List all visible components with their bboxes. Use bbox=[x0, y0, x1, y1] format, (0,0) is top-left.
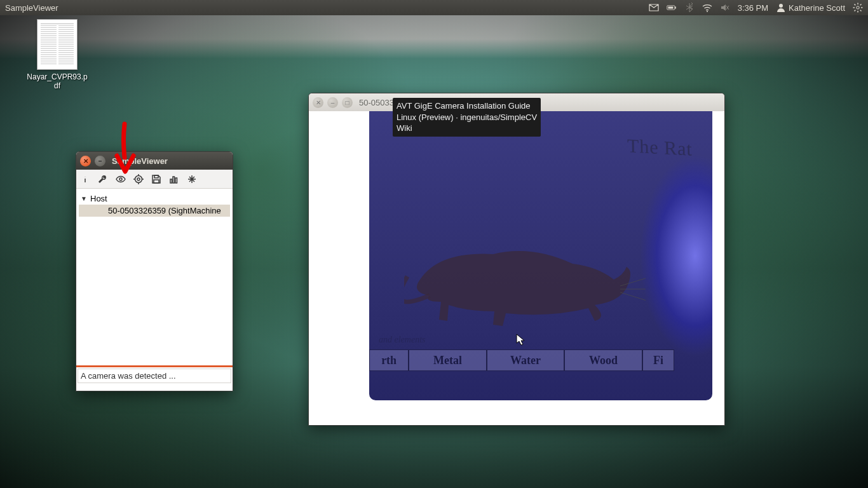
mug-label: Water bbox=[487, 349, 565, 371]
gear-icon[interactable] bbox=[853, 3, 863, 13]
eye-icon[interactable] bbox=[114, 173, 127, 186]
sv-window-titlebar[interactable]: ✕ – SampleViewer bbox=[76, 152, 233, 170]
tooltip-line: Linux (Preview) · ingenuitas/SimpleCV bbox=[397, 112, 537, 123]
hover-tooltip: AVT GigE Camera Installation Guide Linux… bbox=[393, 98, 541, 137]
svg-line-18 bbox=[620, 292, 646, 302]
tree-root-label: Host bbox=[90, 194, 107, 203]
tooltip-line: AVT GigE Camera Installation Guide bbox=[397, 100, 537, 112]
target-icon[interactable] bbox=[132, 173, 145, 186]
maximize-icon[interactable]: □ bbox=[342, 97, 353, 108]
desktop-file-label: Nayar_CVPR93.pdf bbox=[25, 72, 89, 90]
mail-icon[interactable] bbox=[649, 3, 659, 13]
mug-label: Fi bbox=[642, 349, 674, 371]
svg-rect-30 bbox=[170, 179, 172, 183]
mug-element-labels: rth Metal Water Wood Fi bbox=[369, 349, 674, 371]
expand-icon[interactable] bbox=[186, 173, 198, 186]
histogram-icon[interactable] bbox=[168, 173, 180, 186]
svg-rect-2 bbox=[668, 6, 673, 8]
mug-title-text: The Rat bbox=[627, 135, 693, 159]
tree-camera-entry[interactable]: 50-0503326359 (SightMachine bbox=[79, 205, 230, 217]
wifi-icon[interactable] bbox=[702, 3, 712, 13]
tree-collapse-icon[interactable]: ▼ bbox=[80, 195, 88, 202]
camera-view-window: ✕ – □ 50-05033 The Rat and elements rth … bbox=[308, 93, 725, 426]
svg-rect-29 bbox=[154, 180, 159, 183]
close-icon[interactable]: ✕ bbox=[313, 97, 323, 108]
status-message-field[interactable] bbox=[78, 369, 231, 383]
camera-feed-area: The Rat and elements rth Metal Water Woo… bbox=[309, 111, 724, 425]
mug-caption: and elements bbox=[379, 335, 425, 345]
mug-label: Wood bbox=[564, 349, 642, 371]
user-name: Katherine Scott bbox=[789, 3, 845, 13]
svg-rect-32 bbox=[175, 178, 177, 183]
svg-rect-31 bbox=[173, 177, 175, 183]
user-menu[interactable]: Katherine Scott bbox=[776, 3, 845, 13]
camera-tree[interactable]: ▼ Host 50-0503326359 (SightMachine bbox=[76, 189, 233, 365]
svg-rect-28 bbox=[154, 175, 158, 178]
system-tray: 3:36 PM Katherine Scott bbox=[649, 3, 863, 13]
sampleviewer-window: ✕ – SampleViewer ▼ Host 50-0503326359 (S… bbox=[76, 151, 233, 391]
svg-point-3 bbox=[707, 11, 708, 12]
svg-point-21 bbox=[119, 178, 122, 180]
svg-point-22 bbox=[135, 175, 142, 182]
mug-label: rth bbox=[369, 349, 409, 371]
svg-point-7 bbox=[857, 6, 859, 9]
desktop-file-pdf[interactable]: Nayar_CVPR93.pdf bbox=[25, 19, 89, 90]
svg-rect-1 bbox=[675, 6, 676, 8]
active-app-title: SampleViewer bbox=[5, 3, 58, 13]
volume-icon[interactable] bbox=[720, 3, 730, 13]
wrench-icon[interactable] bbox=[97, 173, 109, 186]
battery-icon[interactable] bbox=[667, 3, 677, 13]
mug-label: Metal bbox=[409, 349, 487, 371]
sv-status-bar bbox=[76, 365, 233, 391]
tree-root-host[interactable]: ▼ Host bbox=[79, 193, 230, 205]
tree-camera-label: 50-0503326359 (SightMachine bbox=[108, 206, 221, 215]
top-menubar: SampleViewer 3:36 PM Katherine Scott bbox=[0, 0, 868, 15]
svg-point-23 bbox=[137, 178, 140, 180]
bluetooth-icon[interactable] bbox=[684, 3, 695, 13]
svg-line-15 bbox=[860, 4, 862, 6]
svg-line-12 bbox=[855, 4, 856, 6]
minimize-icon[interactable]: – bbox=[95, 156, 105, 166]
rat-silhouette bbox=[404, 207, 646, 334]
sv-toolbar bbox=[76, 170, 233, 189]
close-icon[interactable]: ✕ bbox=[80, 156, 91, 166]
minimize-icon[interactable]: – bbox=[327, 97, 338, 108]
info-icon[interactable] bbox=[79, 173, 92, 186]
sv-window-title: SampleViewer bbox=[112, 156, 229, 166]
svg-point-6 bbox=[779, 4, 783, 8]
pdf-thumbnail-icon bbox=[37, 19, 78, 70]
svg-line-13 bbox=[860, 10, 862, 11]
clock[interactable]: 3:36 PM bbox=[738, 3, 768, 13]
svg-line-14 bbox=[855, 10, 856, 11]
tooltip-line: Wiki bbox=[397, 123, 537, 134]
save-icon[interactable] bbox=[150, 173, 163, 186]
